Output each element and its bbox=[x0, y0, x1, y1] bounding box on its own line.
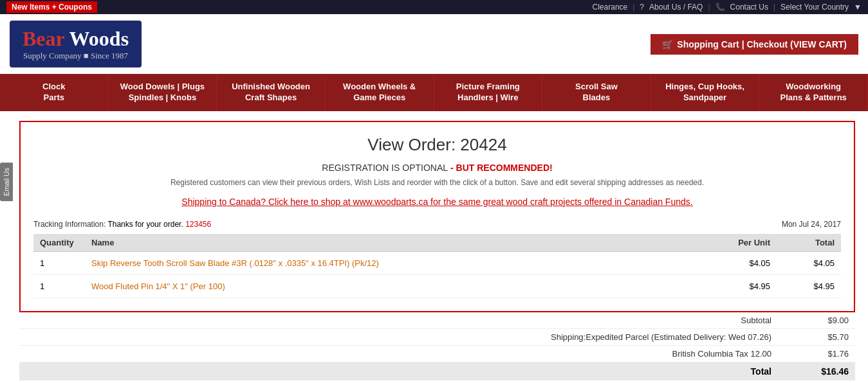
canada-notice: Shipping to Canada? Click here to shop a… bbox=[33, 197, 841, 207]
order-table: Quantity Name Per Unit Total 1 Skip Reve… bbox=[33, 234, 841, 298]
contact-us-link[interactable]: Contact Us bbox=[730, 3, 768, 12]
item-quantity-2: 1 bbox=[33, 274, 85, 298]
cart-icon: 🛒 bbox=[662, 39, 673, 49]
nav-item-scroll-saw[interactable]: Scroll Saw Blades bbox=[542, 74, 651, 111]
reg-optional-text: REGISTRATION IS OPTIONAL bbox=[322, 163, 448, 173]
item-name-2: Wood Fluted Pin 1/4" X 1" (Per 100) bbox=[85, 274, 699, 298]
item-link-2[interactable]: Wood Fluted Pin 1/4" X 1" (Per 100) bbox=[91, 281, 225, 291]
summary-section: Subtotal $9.00 Shipping:Expedited Parcel… bbox=[19, 312, 855, 380]
new-items-button[interactable]: New Items + Coupons bbox=[6, 1, 97, 13]
item-name-1: Skip Reverse Tooth Scroll Saw Blade #3R … bbox=[85, 251, 699, 274]
main-content: View Order: 20424 REGISTRATION IS OPTION… bbox=[0, 111, 868, 383]
cart-button[interactable]: 🛒 Shopping Cart | Checkout (VIEW CART) bbox=[651, 34, 858, 55]
nav-item-wood-dowels[interactable]: Wood Dowels | Plugs Spindles | Knobs bbox=[109, 74, 217, 111]
shipping-row: Shipping:Expedited Parcel (Estimated Del… bbox=[19, 329, 855, 346]
top-bar: New Items + Coupons Clearance | ? About … bbox=[0, 0, 868, 14]
logo[interactable]: Bear Woods Supply Company ■ Since 1987 bbox=[10, 21, 142, 67]
shipping-value: $5.70 bbox=[784, 332, 849, 342]
top-bar-right: Clearance | ? About Us / FAQ | 📞 Contact… bbox=[593, 3, 862, 12]
col-header-name: Name bbox=[85, 234, 699, 252]
reg-description: Registered customers can view their prev… bbox=[33, 178, 841, 187]
logo-woods: Woods bbox=[64, 27, 129, 50]
table-row: 1 Wood Fluted Pin 1/4" X 1" (Per 100) $4… bbox=[33, 274, 841, 298]
nav-item-wooden-wheels[interactable]: Wooden Wheels & Game Pieces bbox=[326, 74, 434, 111]
col-header-quantity: Quantity bbox=[33, 234, 85, 252]
tracking-number-link[interactable]: 123456 bbox=[185, 220, 211, 229]
page-wrapper: Email Us View Order: 20424 REGISTRATION … bbox=[0, 111, 868, 383]
header: Bear Woods Supply Company ■ Since 1987 🛒… bbox=[0, 14, 868, 74]
col-header-per-unit: Per Unit bbox=[699, 234, 777, 252]
tax-label: British Columbia Tax 12.00 bbox=[527, 349, 784, 359]
col-header-total: Total bbox=[777, 234, 841, 252]
email-us-tab[interactable]: Email Us bbox=[0, 163, 13, 201]
tracking-text: Thanks for your order. bbox=[107, 220, 183, 229]
registration-notice: REGISTRATION IS OPTIONAL - BUT RECOMMEND… bbox=[33, 163, 841, 173]
phone-icon: 📞 bbox=[716, 3, 725, 12]
tracking-row: Tracking Information: Thanks for your or… bbox=[33, 220, 841, 229]
logo-bear: Bear bbox=[23, 27, 64, 50]
logo-title: Bear Woods bbox=[23, 27, 129, 51]
item-per-unit-2: $4.95 bbox=[699, 274, 777, 298]
reg-recommended-text: - BUT RECOMMENDED! bbox=[448, 163, 553, 173]
canada-link[interactable]: Shipping to Canada? Click here to shop a… bbox=[181, 197, 692, 207]
nav-item-clock-parts[interactable]: Clock Parts bbox=[0, 74, 109, 111]
item-per-unit-1: $4.05 bbox=[699, 251, 777, 274]
subtotal-value: $9.00 bbox=[784, 316, 849, 325]
clearance-link[interactable]: Clearance bbox=[593, 3, 628, 12]
nav-item-picture-framing[interactable]: Picture Framing Handlers | Wire bbox=[434, 74, 543, 111]
shipping-label: Shipping:Expedited Parcel (Estimated Del… bbox=[527, 332, 784, 342]
tax-row: British Columbia Tax 12.00 $1.76 bbox=[19, 346, 855, 362]
cart-label: Shopping Cart | Checkout (VIEW CART) bbox=[677, 39, 847, 49]
tracking-label: Tracking Information: bbox=[33, 220, 106, 229]
tracking-info: Tracking Information: Thanks for your or… bbox=[33, 220, 211, 229]
order-box: View Order: 20424 REGISTRATION IS OPTION… bbox=[19, 121, 855, 312]
total-value: $16.46 bbox=[784, 366, 849, 377]
nav-item-hinges[interactable]: Hinges, Cup Hooks, Sandpaper bbox=[651, 74, 760, 111]
logo-subtitle: Supply Company ■ Since 1987 bbox=[23, 51, 129, 61]
nav-item-unfinished-wooden[interactable]: Unfinished Wooden Craft Shapes bbox=[217, 74, 326, 111]
select-country-link[interactable]: Select Your Country bbox=[780, 3, 849, 12]
total-row: Total $16.46 bbox=[19, 362, 855, 380]
chevron-down-icon: ▼ bbox=[854, 3, 862, 12]
order-date: Mon Jul 24, 2017 bbox=[782, 220, 841, 229]
tax-value: $1.76 bbox=[784, 349, 849, 359]
item-total-1: $4.05 bbox=[777, 251, 841, 274]
about-icon: ? bbox=[640, 3, 644, 12]
order-title: View Order: 20424 bbox=[33, 135, 841, 155]
nav-bar: Clock Parts Wood Dowels | Plugs Spindles… bbox=[0, 74, 868, 111]
subtotal-label: Subtotal bbox=[527, 316, 784, 325]
about-faq-link[interactable]: About Us / FAQ bbox=[649, 3, 703, 12]
table-row: 1 Skip Reverse Tooth Scroll Saw Blade #3… bbox=[33, 251, 841, 274]
top-bar-left: New Items + Coupons bbox=[6, 1, 97, 13]
subtotal-row: Subtotal $9.00 bbox=[19, 312, 855, 329]
item-quantity-1: 1 bbox=[33, 251, 85, 274]
item-link-1[interactable]: Skip Reverse Tooth Scroll Saw Blade #3R … bbox=[91, 258, 379, 268]
total-label: Total bbox=[527, 366, 784, 377]
nav-item-woodworking-plans[interactable]: Woodworking Plans & Patterns bbox=[759, 74, 868, 111]
item-total-2: $4.95 bbox=[777, 274, 841, 298]
